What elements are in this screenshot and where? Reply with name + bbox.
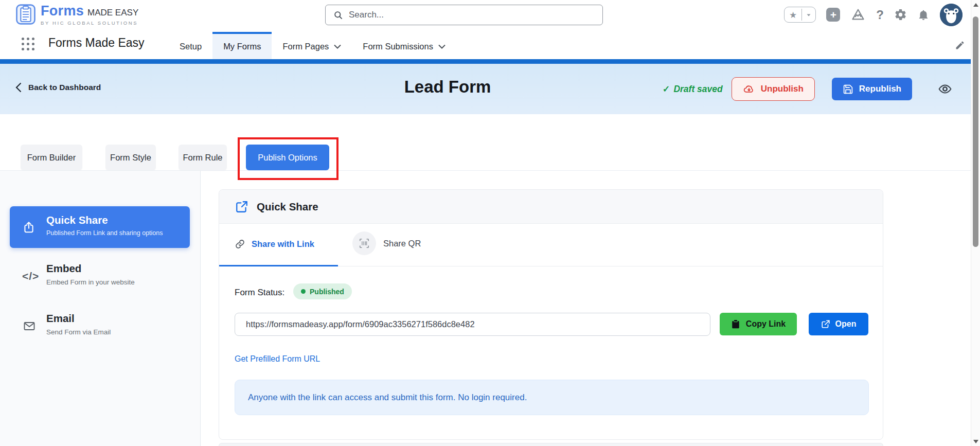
open-button[interactable]: Open xyxy=(809,313,868,335)
section-title: Quick Share xyxy=(257,201,318,213)
banner-actions: ✓ Draft saved Unpublish Republish xyxy=(663,64,954,114)
share-from-square-icon xyxy=(235,200,249,213)
chevron-down-icon xyxy=(334,44,341,49)
favorites-chevron-down-icon[interactable] xyxy=(802,12,815,18)
tab-form-builder[interactable]: Form Builder xyxy=(21,145,82,170)
scroll-up-arrow[interactable] xyxy=(973,3,978,7)
gear-icon[interactable] xyxy=(894,8,907,21)
unpublish-label: Unpublish xyxy=(761,84,804,94)
chevron-down-icon xyxy=(438,44,446,49)
quick-share-header: Quick Share xyxy=(219,190,883,224)
envelope-icon xyxy=(22,320,37,332)
sidebar-item-subtitle: Published Form Link and sharing options xyxy=(46,229,163,237)
copy-link-button[interactable]: Copy Link xyxy=(720,313,797,335)
cloud-off-icon xyxy=(743,83,755,95)
brand-tagline: BY HIC GLOBAL SOLUTIONS xyxy=(41,20,138,26)
nav-tabs: Setup My Forms Form Pages Form Submissio… xyxy=(169,32,456,59)
draft-saved-status: ✓ Draft saved xyxy=(663,84,723,95)
sidebar-item-title: Quick Share xyxy=(46,214,108,226)
form-status-label: Form Status: xyxy=(235,288,284,298)
share-link-panel: Form Status: Published Copy Link xyxy=(219,266,883,440)
share-sidebar: Quick Share Published Form Link and shar… xyxy=(0,171,201,446)
clipboard-icon xyxy=(731,319,740,329)
tab-label: Form Builder xyxy=(27,153,76,163)
app-name: Forms Made Easy xyxy=(48,36,145,50)
scroll-down-arrow[interactable] xyxy=(973,440,978,443)
trailhead-icon[interactable] xyxy=(850,8,866,22)
accent-strip xyxy=(0,59,971,64)
check-icon: ✓ xyxy=(663,84,670,95)
favorites-combo: ★ xyxy=(784,7,816,23)
sidebar-item-email[interactable]: Email Send Form via Email xyxy=(10,309,190,343)
sidebar-item-quick-share[interactable]: Quick Share Published Form Link and shar… xyxy=(10,206,190,248)
sidebar-item-title: Email xyxy=(46,312,75,325)
nav-tab-form-submissions[interactable]: Form Submissions xyxy=(352,32,456,59)
status-dot-icon xyxy=(301,289,306,294)
nav-tab-label: My Forms xyxy=(223,42,261,51)
brand-text: Forms MADE EASY BY HIC GLOBAL SOLUTIONS xyxy=(41,3,138,26)
add-icon[interactable]: + xyxy=(826,8,840,22)
app-navbar: Forms Made Easy Setup My Forms Form Page… xyxy=(0,29,980,59)
forms-logo-icon xyxy=(15,3,36,26)
sidebar-item-subtitle: Embed Form in your website xyxy=(46,278,135,286)
qr-code-icon xyxy=(352,231,376,255)
brand-logo: Forms MADE EASY BY HIC GLOBAL SOLUTIONS xyxy=(15,3,138,26)
tab-label: Form Style xyxy=(110,153,151,163)
status-badge-label: Published xyxy=(310,288,344,296)
tab-share-with-link[interactable]: Share with Link xyxy=(235,239,314,249)
external-link-icon xyxy=(821,319,830,329)
republish-button[interactable]: Republish xyxy=(832,78,912,100)
open-label: Open xyxy=(835,319,857,329)
form-url-input[interactable] xyxy=(235,313,710,336)
nav-tab-form-pages[interactable]: Form Pages xyxy=(272,32,352,59)
page-scrollbar[interactable] xyxy=(971,0,980,446)
sidebar-item-embed[interactable]: </> Embed Embed Form in your website xyxy=(10,259,190,293)
tab-publish-options[interactable]: Publish Options xyxy=(246,145,329,170)
brand-suffix: MADE EASY xyxy=(87,8,138,18)
edit-pencil-icon[interactable] xyxy=(955,40,965,50)
preview-eye-icon[interactable] xyxy=(936,82,954,96)
scrollbar-thumb[interactable] xyxy=(973,16,978,247)
notifications-bell-icon[interactable] xyxy=(917,8,930,22)
brand-name: Forms xyxy=(41,3,84,19)
access-info-box: Anyone with the link can access and subm… xyxy=(235,380,869,415)
header-actions: ★ + ? xyxy=(784,0,963,29)
nav-tab-my-forms[interactable]: My Forms xyxy=(212,32,272,59)
tab-label: Form Rule xyxy=(183,153,222,163)
next-section-edge xyxy=(219,443,883,446)
republish-label: Republish xyxy=(859,84,901,94)
link-icon xyxy=(235,239,245,249)
tab-form-style[interactable]: Form Style xyxy=(105,145,156,170)
sidebar-item-subtitle: Send Form via Email xyxy=(46,328,111,336)
tab-form-rule[interactable]: Form Rule xyxy=(179,145,227,170)
share-tabs: Share with Link Share QR xyxy=(219,224,883,266)
nav-tab-label: Setup xyxy=(180,42,202,51)
user-avatar[interactable] xyxy=(940,4,963,26)
search-icon xyxy=(333,10,343,20)
copy-link-label: Copy Link xyxy=(746,319,786,329)
save-icon xyxy=(843,84,853,95)
share-upload-icon xyxy=(22,220,35,235)
tab-label: Share QR xyxy=(383,239,421,248)
tab-label: Share with Link xyxy=(252,239,314,249)
draft-saved-label: Draft saved xyxy=(673,84,722,95)
app-root: Forms MADE EASY BY HIC GLOBAL SOLUTIONS … xyxy=(0,0,980,446)
status-badge: Published xyxy=(293,283,352,299)
get-prefilled-url-link[interactable]: Get Prefilled Form URL xyxy=(235,354,320,364)
search-input[interactable] xyxy=(349,10,595,20)
quick-share-card: Quick Share Share with Link Share QR xyxy=(219,189,883,440)
help-icon[interactable]: ? xyxy=(876,8,884,22)
nav-tab-setup[interactable]: Setup xyxy=(169,32,212,59)
tab-label: Publish Options xyxy=(258,153,317,163)
access-info-text: Anyone with the link can access and subm… xyxy=(248,393,527,403)
form-banner: Back to Dashboard Lead Form ✓ Draft save… xyxy=(0,64,971,114)
nav-tab-label: Form Submissions xyxy=(363,42,433,51)
code-icon: </> xyxy=(22,270,39,282)
app-launcher-icon[interactable] xyxy=(22,38,35,51)
nav-tab-label: Form Pages xyxy=(282,42,329,51)
favorites-star-icon[interactable]: ★ xyxy=(785,9,802,21)
tab-share-qr[interactable]: Share QR xyxy=(352,231,421,255)
unpublish-button[interactable]: Unpublish xyxy=(732,77,815,101)
sidebar-item-title: Embed xyxy=(46,262,81,275)
global-search xyxy=(325,5,603,25)
